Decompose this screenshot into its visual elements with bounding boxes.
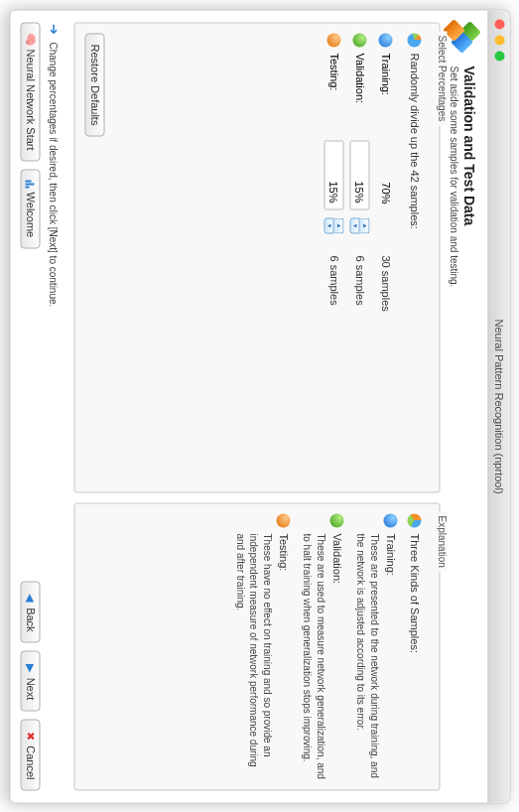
status-text: Change percentages if desired, then clic… <box>48 42 59 307</box>
status-bar: ➔ Change percentages if desired, then cl… <box>44 10 65 802</box>
training-dot-icon <box>378 33 392 47</box>
explanation-training: Training: These are presented to the net… <box>353 513 397 779</box>
window-title: Neural Pattern Recognition (nprtool) <box>487 10 509 802</box>
exp-training-desc: These are presented to the network durin… <box>353 533 380 779</box>
testing-label-row: Testing: <box>326 33 340 132</box>
panel-title: Explanation <box>436 511 447 571</box>
validation-step-up[interactable]: ▲ <box>360 217 370 233</box>
explanation-heading: Three Kinds of Samples: <box>408 533 420 652</box>
testing-percent-input[interactable]: 15% <box>324 140 343 209</box>
page-title: Validation and Test Data <box>461 66 477 287</box>
divide-text: Randomly divide up the 42 samples: <box>408 53 420 228</box>
validation-dot-icon <box>329 513 343 527</box>
welcome-button[interactable]: Welcome <box>20 169 40 248</box>
app-window: Neural Pattern Recognition (nprtool) Val… <box>9 9 510 803</box>
validation-label-row: Validation: <box>352 33 366 132</box>
testing-dot-icon <box>276 513 290 527</box>
validation-percent-input[interactable]: 15% <box>349 140 369 209</box>
page-subtitle: Set aside some samples for validation an… <box>449 66 459 287</box>
training-label: Training: <box>379 53 391 94</box>
back-label: Back <box>24 608 36 631</box>
training-percent: 70% <box>375 140 395 209</box>
cancel-icon: ✖ <box>24 730 36 742</box>
cancel-button[interactable]: ✖ Cancel <box>20 719 40 790</box>
restore-defaults-button[interactable]: Restore Defaults <box>84 33 104 136</box>
pie-chart-icon <box>407 513 421 527</box>
exp-validation-label: Validation: <box>330 533 342 584</box>
next-arrow-icon: ▶ <box>24 661 36 673</box>
app-logo-icon <box>446 22 479 56</box>
pie-chart-icon <box>407 33 421 47</box>
testing-dot-icon <box>326 33 340 47</box>
training-samples: 30 samples <box>379 255 391 481</box>
exp-validation-desc: These are used to measure network genera… <box>300 533 326 779</box>
select-percentages-panel: Select Percentages Randomly divide up th… <box>73 22 440 492</box>
neural-network-start-button[interactable]: 🧠 Neural Network Start <box>20 22 40 161</box>
restore-defaults-label: Restore Defaults <box>88 44 100 125</box>
testing-label: Testing: <box>327 53 339 90</box>
testing-samples: 6 samples <box>327 255 339 481</box>
welcome-label: Welcome <box>24 192 36 237</box>
next-label: Next <box>24 677 36 700</box>
explanation-testing: Testing: These have no effect on trainin… <box>233 513 291 779</box>
testing-step-down[interactable]: ▼ <box>324 217 334 233</box>
validation-label: Validation: <box>353 53 365 103</box>
page-header: Validation and Test Data Set aside some … <box>440 10 487 802</box>
validation-stepper[interactable]: ▲ ▼ <box>349 217 369 233</box>
network-icon: 🧠 <box>24 33 36 45</box>
window-controls <box>494 19 504 61</box>
next-button[interactable]: ▶ Next <box>20 650 40 711</box>
explanation-heading-row: Three Kinds of Samples: <box>403 513 425 779</box>
back-button[interactable]: ◀ Back <box>20 581 40 642</box>
validation-dot-icon <box>352 33 366 47</box>
exp-training-label: Training: <box>384 533 396 575</box>
info-arrow-icon: ➔ <box>46 22 60 36</box>
minimize-window-button[interactable] <box>494 35 504 45</box>
bars-icon <box>26 180 35 188</box>
back-arrow-icon: ◀ <box>24 592 36 604</box>
training-label-row: Training: <box>378 33 392 132</box>
explanation-panel: Explanation Three Kinds of Samples: Trai… <box>73 502 440 790</box>
exp-testing-desc: These have no effect on training and so … <box>233 533 274 779</box>
exp-testing-label: Testing: <box>277 533 289 571</box>
training-dot-icon <box>383 513 397 527</box>
cancel-label: Cancel <box>24 745 36 779</box>
validation-step-down[interactable]: ▼ <box>349 217 360 233</box>
neural-start-label: Neural Network Start <box>24 49 36 150</box>
zoom-window-button[interactable] <box>494 51 504 61</box>
testing-stepper[interactable]: ▲ ▼ <box>324 217 343 233</box>
divide-description: Randomly divide up the 42 samples: <box>403 33 425 481</box>
explanation-validation: Validation: These are used to measure ne… <box>300 513 343 779</box>
testing-step-up[interactable]: ▲ <box>334 217 344 233</box>
close-window-button[interactable] <box>494 19 504 29</box>
validation-samples: 6 samples <box>353 255 365 481</box>
panel-title: Select Percentages <box>436 31 447 125</box>
footer-bar: 🧠 Neural Network Start Welcome ◀ Back ▶ … <box>10 10 44 802</box>
